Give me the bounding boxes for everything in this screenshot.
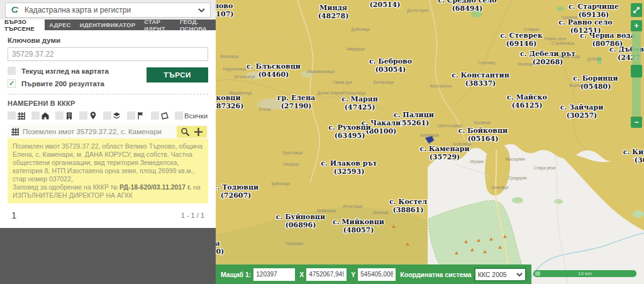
- scale-label: Мащаб 1:: [221, 271, 251, 278]
- app-root: Кадастрална карта и регистри БЪРЗО ТЪРСЕ…: [0, 0, 644, 284]
- grid-icon: [17, 111, 25, 120]
- search-button[interactable]: ТЪРСИ: [147, 67, 208, 82]
- results-section-title: НАМЕРЕНИ В КККР: [8, 99, 208, 107]
- map-label-settlement: с. Мийковци(48057): [333, 219, 384, 234]
- map-label-hamlet: Блъсковци: [235, 74, 255, 79]
- scalebar-label: 10 km: [578, 271, 592, 276]
- scalebar-tick: [535, 271, 540, 276]
- map-label-settlement: с. Средно село(68494): [438, 0, 496, 13]
- y-coordinate-input[interactable]: [358, 268, 396, 281]
- separator: [8, 94, 208, 94]
- map-label-hamlet: Дълги прип.: [407, 8, 430, 13]
- crs-value: ККС 2005: [478, 271, 516, 278]
- map-label-hamlet: Каменари: [420, 133, 439, 137]
- result-item-title: Поземлен имот 35729.37.22, с. Каменари: [23, 128, 177, 135]
- result-details: Поземлен имот 35729.37.22, област Велико…: [8, 139, 208, 203]
- map-label-hamlet: Чавдарци: [346, 47, 365, 51]
- order-number: РД-18-620/03.11.2017 г.: [119, 183, 191, 191]
- zoom-slider[interactable]: [632, 32, 641, 116]
- map-label-hamlet: Нешевци: [286, 241, 303, 246]
- x-coordinate-input[interactable]: [306, 268, 347, 281]
- map-label-hamlet: Стройновци: [552, 41, 575, 45]
- map-label-hamlet: Стара река: [534, 166, 555, 170]
- x-label: X: [299, 271, 304, 278]
- map-label-hamlet: Божевци: [492, 185, 509, 190]
- fullscreen-button[interactable]: [631, 3, 642, 17]
- scale-input[interactable]: [253, 268, 295, 281]
- map-label-settlement: ковци(87326): [216, 94, 243, 110]
- map-label-hamlet: Средорек: [508, 176, 526, 180]
- tab-идентификатор[interactable]: ИДЕНТИФИКАТОР: [75, 20, 140, 30]
- result-item[interactable]: Поземлен имот 35729.37.22, с. Каменари: [8, 125, 208, 139]
- checkbox-current-view[interactable]: [8, 67, 16, 75]
- map-label-hamlet: Велковци: [221, 54, 239, 59]
- chevron-down-icon: [198, 8, 205, 13]
- filter-checkbox-grid[interactable]: [8, 111, 16, 120]
- filter-checkbox-building[interactable]: [55, 111, 64, 120]
- map-label-settlement: с. Буйновци(06896): [276, 213, 325, 229]
- keywords-input[interactable]: [8, 47, 208, 61]
- map-footer: Мащаб 1: X Y Координатна система ККС 200…: [216, 264, 531, 284]
- filter-checkbox-polygon[interactable]: [151, 111, 159, 120]
- filter-checkbox-all[interactable]: [175, 111, 183, 120]
- checkbox-first-200[interactable]: ✓: [8, 79, 16, 88]
- app-switcher[interactable]: Кадастрална карта и регистри: [5, 3, 211, 18]
- sidebar-header: Кадастрална карта и регистри: [0, 0, 216, 20]
- page-number[interactable]: 1: [11, 210, 16, 220]
- tab-стар-идент-[interactable]: СТАР ИДЕНТ.: [140, 20, 175, 30]
- map-label-settlement: с. Костел(38861): [389, 198, 427, 214]
- crs-label: Координатна система: [400, 271, 471, 278]
- map-label-hamlet: Зеленик: [373, 210, 389, 215]
- map-label-settlement: с. Марян(47425): [341, 96, 378, 111]
- map-label-hamlet: Чеканци: [517, 62, 533, 66]
- map-label-hamlet: Лазарци: [283, 162, 299, 166]
- search-tabs: БЪРЗО ТЪРСЕНЕАДРЕСИДЕНТИФИКАТОРСТАР ИДЕН…: [0, 20, 216, 30]
- pagination: 1 1 - 1 / 1: [8, 203, 208, 220]
- parcel-grid-icon: [11, 128, 19, 135]
- map-scalebar: 10 km: [533, 270, 636, 277]
- map-label-settlement: с. Майско(46125): [507, 94, 547, 110]
- map-label-settlement: Миндя(48278): [318, 4, 349, 20]
- map-label-hamlet: Върпища: [569, 83, 587, 88]
- sidebar-filler: [0, 228, 216, 284]
- map-label-hamlet: Мийковци: [317, 208, 336, 213]
- layers-icon: [113, 111, 121, 120]
- map-label-hamlet: Мъсърлии: [505, 157, 525, 161]
- result-type-filters: Всички: [8, 111, 208, 120]
- result-description: Поземлен имот 35729.37.22, област Велико…: [13, 142, 203, 183]
- filter-checkbox-layers[interactable]: [103, 111, 111, 120]
- zoom-slider-handle[interactable]: [631, 65, 642, 77]
- map-label-hamlet: Дъбова: [587, 57, 602, 61]
- chevron-down-icon: [516, 273, 523, 276]
- map-label-hamlet: Игнатовци: [343, 204, 362, 208]
- map-label-hamlet: Попрусевци: [343, 91, 365, 95]
- filter-checkbox-house[interactable]: [31, 111, 40, 120]
- map-label-hamlet: Христовци: [282, 151, 303, 155]
- tab-геод-основа[interactable]: ГЕОД. ОСНОВА: [175, 20, 216, 30]
- tab-бързо-търсене[interactable]: БЪРЗО ТЪРСЕНЕ: [0, 20, 45, 30]
- zoom-in-button[interactable]: +: [631, 20, 642, 31]
- tab-адрес[interactable]: АДРЕС: [45, 20, 75, 30]
- map-canvas[interactable]: (20514)иново(6107)Миндя(48278)с. Средно …: [216, 0, 644, 284]
- filter-checkbox-pin[interactable]: [79, 111, 87, 120]
- search-panel: Ключови думи Текущ изглед на картата ✓ П…: [0, 30, 216, 220]
- page-range: 1 - 1 / 1: [181, 212, 204, 219]
- zoom-out-button[interactable]: −: [631, 116, 642, 128]
- crs-select[interactable]: ККС 2005: [474, 268, 526, 281]
- flag-icon: [136, 111, 145, 120]
- filter-checkbox-flag[interactable]: [127, 111, 135, 120]
- result-actions: [177, 126, 207, 138]
- order-prefix: Заповед за одобрение на КККР №: [13, 183, 119, 191]
- map-label-settlement: с. Каменари(35729): [419, 145, 469, 161]
- polygon-icon: [160, 111, 169, 120]
- map-label-hamlet: Равно село: [545, 37, 566, 41]
- map-label-settlement: с. Бойковци(05164): [458, 127, 508, 143]
- pin-icon: [89, 111, 97, 120]
- add-result-icon[interactable]: [194, 127, 203, 137]
- map-label-settlement: с. Илаков рът(32593): [321, 160, 377, 176]
- zoom-to-result-icon[interactable]: [180, 127, 190, 137]
- first-200-label: Първите 200 резултата: [21, 80, 104, 88]
- sidebar: Кадастрална карта и регистри БЪРЗО ТЪРСЕ…: [0, 0, 216, 284]
- map-label-hamlet: Буйновци: [271, 181, 289, 186]
- map-label-hamlet: Недялковци: [223, 67, 247, 71]
